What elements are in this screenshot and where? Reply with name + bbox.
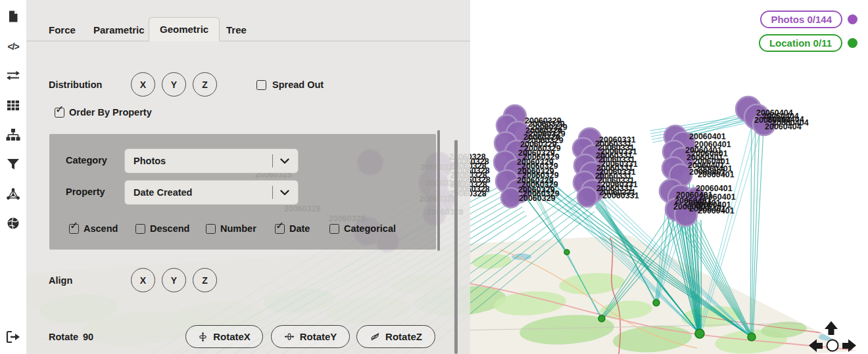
node-label: 20060329 [519,194,556,203]
distribution-y-button[interactable]: Y [162,72,186,97]
pan-up-arrow[interactable] [825,321,838,335]
rotate-z-icon [370,332,380,342]
photos-count-badge[interactable]: Photos 0/144 [760,11,842,28]
categorical-label: Categorical [344,223,396,234]
rotate-label: Rotate [49,332,78,342]
location-node[interactable] [564,250,569,255]
dropdown-divider [272,154,273,167]
location-color-dot[interactable] [848,38,857,48]
photos-color-dot[interactable] [848,14,857,24]
rotate-x-label: RotateX [213,331,251,342]
node-label: 20060404 [765,122,802,131]
category-dropdown[interactable]: Photos [125,149,298,173]
code-icon[interactable]: </> [0,35,26,58]
legend-row-photos: Photos 0/144 [760,11,857,28]
align-y-button[interactable]: Y [162,268,186,292]
number-label: Number [220,223,256,234]
rotate-y-button[interactable]: RotateY [271,325,350,348]
tab-bar: Force Parametric Geometric Tree [26,0,470,41]
date-checkbox[interactable] [275,224,285,234]
order-settings-subpanel: Category Photos Property Date Created As… [49,134,436,250]
ascend-checkbox[interactable] [69,224,79,234]
property-label: Property [66,187,105,197]
location-count-badge[interactable]: Location 0/11 [759,34,842,52]
property-value: Date Created [133,187,192,198]
node-label: 20060401 [698,206,735,215]
chevron-down-icon[interactable] [280,190,289,196]
location-node[interactable] [653,299,660,306]
app-window: 2006032820060328200603282006032820060325… [0,0,868,354]
icon-sidebar: </> [0,0,26,354]
rotate-y-label: RotateY [300,331,337,342]
location-node[interactable] [598,315,605,322]
tab-tree[interactable]: Tree [224,18,249,41]
tab-force[interactable]: Force [46,18,78,41]
rotate-y-icon [284,332,295,342]
descend-checkbox[interactable] [135,224,145,234]
category-value: Photos [133,156,166,166]
panel-scrollbar[interactable] [454,140,458,354]
nav-center-button[interactable] [827,340,838,351]
globe-icon[interactable] [0,212,26,234]
layout-settings-panel: Force Parametric Geometric Tree Distribu… [26,0,470,354]
node-label: 20060401 [698,170,735,179]
align-label: Align [49,275,72,286]
spread-out-label: Spread Out [272,79,324,90]
category-label: Category [66,155,107,166]
rotate-x-button[interactable]: RotateX [185,325,263,348]
location-node[interactable] [748,333,756,341]
date-label: Date [289,223,310,234]
rotate-angle-value[interactable]: 90 [83,332,93,342]
align-z-button[interactable]: Z [193,268,217,292]
graph-node[interactable] [577,187,597,207]
location-node[interactable] [695,329,704,338]
network-icon[interactable] [0,183,26,205]
rotate-x-icon [198,332,208,342]
align-x-button[interactable]: X [131,268,155,292]
node-label: 20060331 [602,191,639,200]
tab-geometric[interactable]: Geometric [149,17,220,41]
property-dropdown[interactable]: Date Created [125,181,298,204]
number-checkbox[interactable] [206,224,216,234]
table-icon[interactable] [0,94,26,116]
legend: Photos 0/144 Location 0/11 [759,11,857,52]
ascend-label: Ascend [84,223,118,234]
document-icon[interactable] [0,5,26,28]
distribution-x-button[interactable]: X [131,72,155,97]
logout-icon[interactable] [0,326,26,348]
order-by-property-label: Order By Property [69,107,152,118]
legend-row-location: Location 0/11 [759,34,857,52]
descend-label: Descend [150,223,189,234]
categorical-checkbox[interactable] [329,224,339,234]
rotate-z-label: RotateZ [385,331,422,342]
filter-icon[interactable] [0,153,26,175]
spread-out-checkbox[interactable] [256,80,266,90]
distribution-label: Distribution [49,79,102,90]
hierarchy-icon[interactable] [0,123,26,146]
tab-parametric[interactable]: Parametric [91,18,147,41]
swap-arrows-icon[interactable] [0,64,26,87]
rotate-z-button[interactable]: RotateZ [356,325,435,348]
subpanel-scrollbar[interactable] [437,130,440,251]
pan-left-arrow[interactable] [809,340,823,353]
order-by-property-checkbox[interactable] [55,108,64,118]
graph-edge [701,220,702,334]
pan-right-arrow[interactable] [842,340,856,353]
distribution-z-button[interactable]: Z [193,72,217,97]
camera-nav-pad [805,321,860,354]
dropdown-divider [272,186,273,199]
chevron-down-icon[interactable] [280,158,289,164]
